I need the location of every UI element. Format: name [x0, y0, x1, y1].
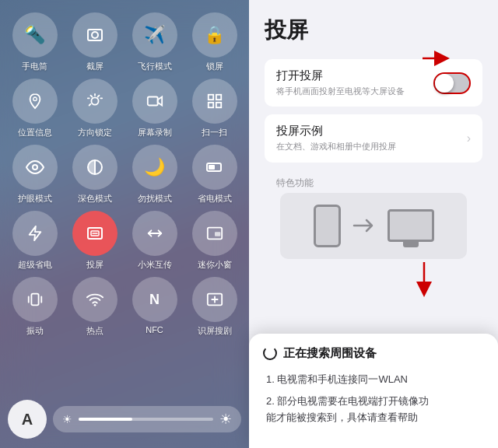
- supersave-icon: [12, 211, 58, 256]
- popup-header: 正在搜索周围设备: [263, 346, 484, 361]
- miniwindow-label: 迷你小窗: [198, 259, 232, 271]
- toggle-knob: [435, 74, 454, 93]
- hotspot-cell[interactable]: 热点: [68, 277, 121, 337]
- lock-cell[interactable]: 🔒 锁屏: [188, 12, 241, 72]
- screensearch-label: 识屏搜剧: [198, 325, 232, 337]
- page-title: 投屏: [265, 16, 482, 45]
- screenrecord-cell[interactable]: 屏幕录制: [128, 79, 181, 138]
- svg-rect-12: [209, 165, 215, 170]
- xfer-icon: [132, 211, 177, 256]
- vibrate-label: 振动: [26, 325, 44, 337]
- cast-example-item[interactable]: 投屏示例 在文档、游戏和相册中使用投屏 ›: [265, 114, 482, 162]
- brightness-min-icon: ☀: [62, 413, 72, 425]
- phone-preview-icon: [314, 205, 341, 247]
- cast-toggle-text: 打开投屏 将手机画面投射至电视等大屏设备: [276, 68, 433, 97]
- popup-item-1: 1. 电视需和手机连接同一WLAN: [263, 372, 484, 388]
- cast-toggle-name: 打开投屏: [276, 68, 433, 83]
- hotspot-label: 热点: [86, 325, 103, 337]
- screensearch-cell[interactable]: 识屏搜剧: [188, 277, 241, 337]
- battery-cell[interactable]: 省电模式: [188, 145, 241, 205]
- darkmode-label: 深色模式: [78, 193, 112, 205]
- screenshot-label: 截屏: [86, 61, 103, 72]
- red-arrow-popup: [412, 258, 436, 300]
- cast-example-name: 投屏示例: [276, 124, 467, 138]
- location-cell[interactable]: 位置信息: [8, 79, 61, 138]
- nfc-icon: N: [132, 277, 177, 322]
- cast-toggle-switch[interactable]: [433, 72, 471, 94]
- cast-toggle-item[interactable]: 打开投屏 将手机画面投射至电视等大屏设备: [265, 59, 482, 107]
- darkmode-cell[interactable]: 深色模式: [68, 145, 121, 205]
- cast-toggle-desc: 将手机画面投射至电视等大屏设备: [276, 86, 433, 97]
- nfc-label: NFC: [146, 325, 163, 334]
- darkmode-icon: [72, 145, 117, 190]
- battery-icon: [192, 145, 237, 190]
- cast-cell[interactable]: 投屏: [68, 211, 121, 271]
- svg-rect-7: [208, 103, 212, 107]
- dnd-label: 勿扰模式: [138, 193, 172, 205]
- settings-panel: 投屏 打开投屏 将手机画面投射至电视等大屏设备 投屏示例 在文档、游戏和相册中使…: [249, 0, 498, 448]
- control-center-panel: 🔦 手电筒 截屏 ✈️ 飞行模式 🔒 锁屏 位置信息: [0, 0, 249, 448]
- eyeprotect-label: 护眼模式: [18, 193, 52, 205]
- cast-label: 投屏: [86, 259, 103, 271]
- example-row: 投屏示例 在文档、游戏和相册中使用投屏 ›: [265, 114, 482, 162]
- popup-item-2: 2. 部分电视需要在电视端打开镜像功 能才能被搜索到，具体请查看帮助: [263, 394, 484, 426]
- eyeprotect-icon: [12, 145, 58, 190]
- control-grid: 🔦 手电筒 截屏 ✈️ 飞行模式 🔒 锁屏 位置信息: [8, 12, 241, 337]
- search-popup: 正在搜索周围设备 1. 电视需和手机连接同一WLAN 2. 部分电视需要在电视端…: [249, 334, 498, 448]
- flashlight-icon: 🔦: [12, 12, 58, 58]
- lock-icon: 🔒: [192, 12, 237, 58]
- flashlight-cell[interactable]: 🔦 手电筒: [8, 12, 61, 72]
- miniwindow-icon: [192, 211, 237, 256]
- brightness-max-icon: ☀: [219, 411, 232, 428]
- svg-rect-5: [208, 95, 212, 100]
- screenshot-cell[interactable]: 截屏: [68, 12, 121, 72]
- cast-icon: [72, 211, 117, 256]
- svg-point-1: [92, 32, 98, 38]
- scan-icon: [192, 79, 237, 124]
- lock-label: 锁屏: [206, 61, 223, 72]
- supersave-cell[interactable]: 超级省电: [8, 211, 61, 271]
- battery-label: 省电模式: [198, 193, 232, 205]
- location-label: 位置信息: [18, 127, 52, 138]
- dnd-cell[interactable]: 🌙 勿扰模式: [128, 145, 181, 205]
- eyeprotect-cell[interactable]: 护眼模式: [8, 145, 61, 205]
- hotspot-icon: [72, 277, 117, 322]
- chevron-right-icon: ›: [467, 131, 471, 145]
- dnd-icon: 🌙: [132, 145, 177, 190]
- scan-label: 扫一扫: [202, 127, 227, 138]
- svg-rect-18: [31, 294, 38, 306]
- xfer-cell[interactable]: 小米互传: [128, 211, 181, 271]
- miniwindow-cell[interactable]: 迷你小窗: [188, 211, 241, 271]
- svg-point-19: [93, 304, 96, 306]
- feature-section-label: 特色功能: [265, 170, 482, 193]
- bottom-bar: A ☀ ☀: [8, 400, 241, 439]
- flashlight-label: 手电筒: [22, 61, 47, 72]
- loading-spinner-icon: [263, 346, 277, 360]
- svg-rect-4: [147, 97, 157, 106]
- nfc-cell[interactable]: N NFC: [128, 277, 181, 337]
- brightness-fill: [79, 418, 132, 421]
- svg-rect-8: [216, 103, 220, 107]
- vibrate-icon: [12, 277, 58, 322]
- screenshot-icon: [72, 12, 117, 58]
- vibrate-cell[interactable]: 振动: [8, 277, 61, 337]
- toggle-row: 打开投屏 将手机画面投射至电视等大屏设备: [265, 59, 482, 107]
- tv-preview-icon: [388, 209, 434, 242]
- device-preview: [280, 193, 467, 259]
- airplane-cell[interactable]: ✈️ 飞行模式: [128, 12, 181, 72]
- screenrecord-icon: [132, 79, 177, 124]
- screensearch-icon: [192, 277, 237, 322]
- svg-rect-17: [215, 232, 220, 236]
- svg-rect-6: [216, 95, 220, 100]
- scan-cell[interactable]: 扫一扫: [188, 79, 241, 138]
- airplane-icon: ✈️: [132, 12, 177, 58]
- cast-example-desc: 在文档、游戏和相册中使用投屏: [276, 141, 467, 152]
- screenrecord-label: 屏幕录制: [138, 127, 172, 138]
- cast-example-text: 投屏示例 在文档、游戏和相册中使用投屏: [276, 124, 467, 152]
- airplane-label: 飞行模式: [138, 61, 172, 72]
- brightness-bar[interactable]: ☀ ☀: [53, 406, 241, 432]
- btn-a[interactable]: A: [8, 400, 47, 439]
- location-icon: [12, 79, 58, 124]
- svg-point-9: [33, 165, 37, 170]
- rotation-cell[interactable]: 方向锁定: [68, 79, 121, 138]
